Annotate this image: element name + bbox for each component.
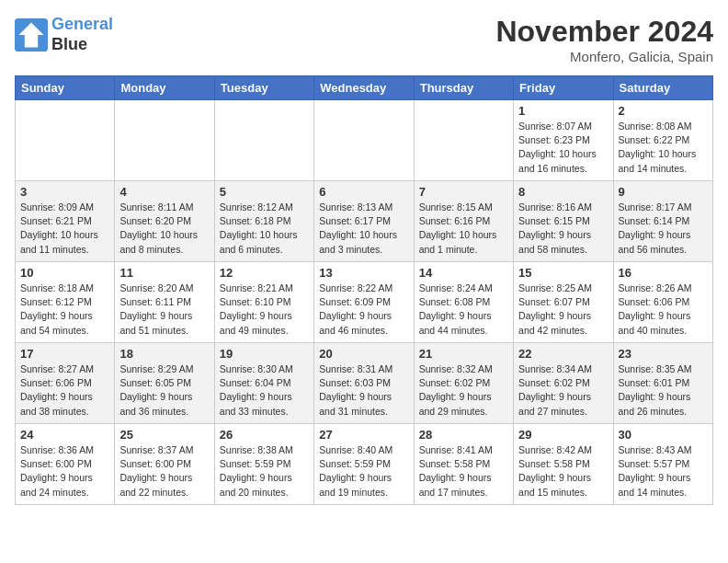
day-info: Sunrise: 8:31 AM Sunset: 6:03 PM Dayligh… — [319, 362, 408, 419]
calendar-cell: 12Sunrise: 8:21 AM Sunset: 6:10 PM Dayli… — [214, 262, 313, 343]
day-number: 15 — [518, 266, 608, 280]
calendar-cell: 2Sunrise: 8:08 AM Sunset: 6:22 PM Daylig… — [613, 100, 712, 181]
day-number: 24 — [20, 428, 109, 442]
day-info: Sunrise: 8:18 AM Sunset: 6:12 PM Dayligh… — [20, 282, 109, 338]
day-info: Sunrise: 8:21 AM Sunset: 6:10 PM Dayligh… — [220, 282, 309, 338]
weekday-header-tuesday: Tuesday — [214, 76, 313, 100]
day-number: 17 — [20, 347, 109, 361]
day-info: Sunrise: 8:34 AM Sunset: 6:02 PM Dayligh… — [518, 362, 608, 419]
day-number: 20 — [319, 347, 408, 361]
calendar-cell: 13Sunrise: 8:22 AM Sunset: 6:09 PM Dayli… — [314, 262, 414, 343]
day-info: Sunrise: 8:37 AM Sunset: 6:00 PM Dayligh… — [119, 443, 209, 500]
calendar-cell: 3Sunrise: 8:09 AM Sunset: 6:21 PM Daylig… — [16, 181, 115, 262]
day-number: 28 — [419, 428, 508, 442]
logo-icon — [15, 18, 48, 52]
day-info: Sunrise: 8:29 AM Sunset: 6:05 PM Dayligh… — [119, 362, 209, 419]
calendar-week-row: 24Sunrise: 8:36 AM Sunset: 6:00 PM Dayli… — [16, 424, 713, 505]
calendar-cell — [214, 100, 313, 181]
calendar-week-row: 3Sunrise: 8:09 AM Sunset: 6:21 PM Daylig… — [16, 181, 713, 262]
weekday-header-saturday: Saturday — [613, 76, 712, 100]
calendar-cell: 24Sunrise: 8:36 AM Sunset: 6:00 PM Dayli… — [16, 424, 115, 505]
day-number: 29 — [518, 428, 608, 442]
calendar-cell: 25Sunrise: 8:37 AM Sunset: 6:00 PM Dayli… — [115, 424, 214, 505]
calendar-week-row: 10Sunrise: 8:18 AM Sunset: 6:12 PM Dayli… — [16, 262, 713, 343]
day-number: 2 — [619, 104, 708, 118]
calendar-cell: 23Sunrise: 8:35 AM Sunset: 6:01 PM Dayli… — [613, 343, 712, 424]
calendar-cell: 14Sunrise: 8:24 AM Sunset: 6:08 PM Dayli… — [414, 262, 513, 343]
weekday-header-thursday: Thursday — [414, 76, 513, 100]
calendar-cell: 21Sunrise: 8:32 AM Sunset: 6:02 PM Dayli… — [414, 343, 513, 424]
day-number: 10 — [20, 266, 109, 280]
day-info: Sunrise: 8:24 AM Sunset: 6:08 PM Dayligh… — [419, 282, 508, 338]
calendar-table: SundayMondayTuesdayWednesdayThursdayFrid… — [15, 75, 713, 505]
day-number: 13 — [319, 266, 408, 280]
day-info: Sunrise: 8:16 AM Sunset: 6:15 PM Dayligh… — [518, 201, 608, 257]
day-number: 23 — [619, 347, 708, 361]
day-info: Sunrise: 8:20 AM Sunset: 6:11 PM Dayligh… — [119, 282, 209, 338]
calendar-cell: 17Sunrise: 8:27 AM Sunset: 6:06 PM Dayli… — [16, 343, 115, 424]
weekday-header-friday: Friday — [514, 76, 613, 100]
calendar-cell: 27Sunrise: 8:40 AM Sunset: 5:59 PM Dayli… — [314, 424, 414, 505]
day-number: 5 — [220, 185, 309, 199]
day-info: Sunrise: 8:40 AM Sunset: 5:59 PM Dayligh… — [319, 443, 408, 500]
day-number: 4 — [119, 185, 209, 199]
day-info: Sunrise: 8:13 AM Sunset: 6:17 PM Dayligh… — [319, 201, 408, 257]
day-info: Sunrise: 8:11 AM Sunset: 6:20 PM Dayligh… — [119, 201, 209, 257]
calendar-cell: 10Sunrise: 8:18 AM Sunset: 6:12 PM Dayli… — [16, 262, 115, 343]
day-info: Sunrise: 8:41 AM Sunset: 5:58 PM Dayligh… — [419, 443, 508, 500]
weekday-header-monday: Monday — [115, 76, 214, 100]
calendar-cell: 29Sunrise: 8:42 AM Sunset: 5:58 PM Dayli… — [514, 424, 613, 505]
location: Monfero, Galicia, Spain — [495, 49, 713, 64]
day-info: Sunrise: 8:15 AM Sunset: 6:16 PM Dayligh… — [419, 201, 508, 257]
weekday-header-wednesday: Wednesday — [314, 76, 414, 100]
day-number: 30 — [619, 428, 708, 442]
day-info: Sunrise: 8:32 AM Sunset: 6:02 PM Dayligh… — [419, 362, 508, 419]
calendar-cell: 11Sunrise: 8:20 AM Sunset: 6:11 PM Dayli… — [115, 262, 214, 343]
calendar-cell: 9Sunrise: 8:17 AM Sunset: 6:14 PM Daylig… — [613, 181, 712, 262]
day-info: Sunrise: 8:35 AM Sunset: 6:01 PM Dayligh… — [619, 362, 708, 419]
day-number: 21 — [419, 347, 508, 361]
day-info: Sunrise: 8:17 AM Sunset: 6:14 PM Dayligh… — [619, 201, 708, 257]
day-number: 14 — [419, 266, 508, 280]
day-number: 7 — [419, 185, 508, 199]
day-number: 19 — [220, 347, 309, 361]
day-info: Sunrise: 8:09 AM Sunset: 6:21 PM Dayligh… — [20, 201, 109, 257]
day-info: Sunrise: 8:25 AM Sunset: 6:07 PM Dayligh… — [518, 282, 608, 338]
logo-line2: Blue — [51, 35, 87, 53]
day-info: Sunrise: 8:43 AM Sunset: 5:57 PM Dayligh… — [619, 443, 708, 500]
calendar-cell: 28Sunrise: 8:41 AM Sunset: 5:58 PM Dayli… — [414, 424, 513, 505]
title-block: November 2024 Monfero, Galicia, Spain — [495, 15, 713, 64]
weekday-header-row: SundayMondayTuesdayWednesdayThursdayFrid… — [16, 76, 713, 100]
day-number: 26 — [220, 428, 309, 442]
day-number: 11 — [119, 266, 209, 280]
calendar-cell: 15Sunrise: 8:25 AM Sunset: 6:07 PM Dayli… — [514, 262, 613, 343]
calendar-cell: 20Sunrise: 8:31 AM Sunset: 6:03 PM Dayli… — [314, 343, 414, 424]
day-number: 16 — [619, 266, 708, 280]
calendar-cell: 26Sunrise: 8:38 AM Sunset: 5:59 PM Dayli… — [214, 424, 313, 505]
day-number: 12 — [220, 266, 309, 280]
day-info: Sunrise: 8:42 AM Sunset: 5:58 PM Dayligh… — [518, 443, 608, 500]
page-header: General Blue November 2024 Monfero, Gali… — [15, 15, 713, 64]
calendar-cell: 18Sunrise: 8:29 AM Sunset: 6:05 PM Dayli… — [115, 343, 214, 424]
day-number: 27 — [319, 428, 408, 442]
day-number: 6 — [319, 185, 408, 199]
day-info: Sunrise: 8:22 AM Sunset: 6:09 PM Dayligh… — [319, 282, 408, 338]
day-number: 22 — [518, 347, 608, 361]
calendar-cell: 22Sunrise: 8:34 AM Sunset: 6:02 PM Dayli… — [514, 343, 613, 424]
calendar-cell: 30Sunrise: 8:43 AM Sunset: 5:57 PM Dayli… — [613, 424, 712, 505]
day-number: 1 — [518, 104, 608, 118]
day-number: 8 — [518, 185, 608, 199]
day-info: Sunrise: 8:12 AM Sunset: 6:18 PM Dayligh… — [220, 201, 309, 257]
calendar-cell — [16, 100, 115, 181]
day-number: 25 — [119, 428, 209, 442]
logo-text: General Blue — [51, 15, 113, 54]
month-title: November 2024 — [495, 15, 713, 49]
calendar-cell: 6Sunrise: 8:13 AM Sunset: 6:17 PM Daylig… — [314, 181, 414, 262]
calendar-cell — [314, 100, 414, 181]
day-info: Sunrise: 8:07 AM Sunset: 6:23 PM Dayligh… — [518, 120, 608, 176]
day-number: 18 — [119, 347, 209, 361]
calendar-cell: 19Sunrise: 8:30 AM Sunset: 6:04 PM Dayli… — [214, 343, 313, 424]
day-info: Sunrise: 8:38 AM Sunset: 5:59 PM Dayligh… — [220, 443, 309, 500]
calendar-cell: 4Sunrise: 8:11 AM Sunset: 6:20 PM Daylig… — [115, 181, 214, 262]
day-info: Sunrise: 8:27 AM Sunset: 6:06 PM Dayligh… — [20, 362, 109, 419]
